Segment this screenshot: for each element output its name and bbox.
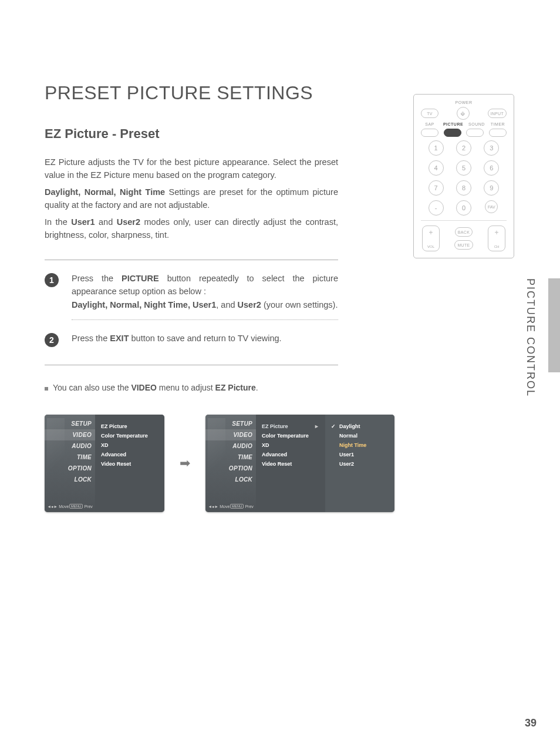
note-video-bold: VIDEO bbox=[131, 383, 157, 392]
intro-p2: Daylight, Normal, Night Time Settings ar… bbox=[45, 186, 338, 212]
remote-row-ovals bbox=[421, 129, 507, 137]
osd2-item-ezpicture: EZ Picture► bbox=[262, 422, 319, 431]
remote-num-3: 3 bbox=[484, 140, 499, 156]
remote-sound-label: SOUND bbox=[468, 122, 485, 126]
remote-rocker-row: + VOL BACK MUTE + CH bbox=[421, 226, 507, 251]
divider-dotted bbox=[72, 319, 338, 320]
osd1-nav: SETUP VIDEO AUDIO TIME OPTION LOCK ◄●► M… bbox=[45, 415, 95, 512]
remote-num-5: 5 bbox=[456, 160, 471, 176]
osd2-val-nighttime: Night Time bbox=[331, 440, 389, 450]
plus-icon: + bbox=[429, 228, 433, 237]
step-1-badge: 1 bbox=[45, 273, 59, 287]
note-c: menu to adjust bbox=[157, 383, 215, 392]
osd1-item-videoreset: Video Reset bbox=[101, 459, 158, 469]
step1-a: Press the bbox=[72, 274, 122, 283]
remote-back-button: BACK bbox=[455, 227, 473, 237]
remote-ch-rocker: + CH bbox=[488, 226, 505, 251]
osd2-nav-time: TIME bbox=[205, 452, 256, 463]
osd2-item-xd: XD bbox=[262, 440, 319, 450]
checkmark-icon: ✓ bbox=[331, 423, 336, 429]
intro-p3-user2: User2 bbox=[117, 217, 140, 227]
remote-timer-label: TIMER bbox=[489, 122, 507, 126]
step1-list-last: User2 bbox=[238, 300, 261, 309]
osd2-nav-video: VIDEO bbox=[205, 429, 256, 440]
remote-sap-button bbox=[421, 129, 438, 137]
note-a: You can also use the bbox=[53, 383, 131, 392]
step1-list-mid: , and bbox=[216, 300, 237, 309]
remote-illustration: POWER TV ⏻ INPUT SAP PICTURE SOUND TIMER… bbox=[413, 94, 514, 258]
side-tab bbox=[548, 278, 560, 372]
intro-p2-bold: Daylight, Normal, Night Time bbox=[45, 187, 165, 197]
remote-mute-button: MUTE bbox=[454, 240, 473, 250]
remote-number-grid: 1 2 3 4 5 6 7 8 9 - 0 FAV bbox=[424, 140, 503, 216]
osd1-nav-time: TIME bbox=[45, 452, 95, 463]
osd2-nav-option: OPTION bbox=[205, 463, 256, 474]
remote-vol-label: VOL bbox=[427, 245, 434, 248]
remote-num-1: 1 bbox=[429, 140, 444, 156]
step1-list-bold: Daylight, Normal, Night Time, User1 bbox=[72, 300, 216, 309]
step-1-text: Press the PICTURE button repeatedly to s… bbox=[72, 272, 338, 311]
intro-p1: EZ Picture adjusts the TV for the best p… bbox=[45, 156, 338, 182]
step1-picture-bold: PICTURE bbox=[122, 274, 159, 283]
note-e: . bbox=[256, 383, 258, 392]
step-2: 2 Press the EXIT button to save and retu… bbox=[45, 332, 515, 347]
osd2-nav-audio: AUDIO bbox=[205, 440, 256, 452]
osd1-item-colortemp: Color Temperature bbox=[101, 431, 158, 440]
remote-sap-label: SAP bbox=[421, 122, 438, 126]
osd1-body: EZ Picture Color Temperature XD Advanced… bbox=[95, 415, 164, 512]
osd-row: SETUP VIDEO AUDIO TIME OPTION LOCK ◄●► M… bbox=[45, 415, 515, 512]
osd2-nav-setup: SETUP bbox=[205, 418, 256, 429]
osd1-foot-move: ◄●► Move bbox=[47, 504, 69, 509]
remote-num-7: 7 bbox=[429, 180, 444, 196]
remote-vol-rocker: + VOL bbox=[422, 226, 440, 251]
step-2-badge: 2 bbox=[45, 333, 59, 347]
chevron-right-icon: ► bbox=[314, 423, 319, 429]
intro-block: EZ Picture adjusts the TV for the best p… bbox=[45, 156, 338, 242]
intro-p3-a: In the bbox=[45, 217, 71, 227]
remote-num-4: 4 bbox=[429, 160, 444, 176]
osd2-item-colortemp: Color Temperature bbox=[262, 431, 319, 440]
intro-p3-user1: User1 bbox=[71, 217, 95, 227]
osd1-nav-option: OPTION bbox=[45, 463, 95, 474]
side-section-label: PICTURE CONTROL bbox=[524, 278, 537, 397]
note-ezpicture-bold: EZ Picture bbox=[215, 383, 256, 392]
osd2-foot: ◄●► Move MENU Prev bbox=[205, 500, 256, 512]
osd1-item-ezpicture: EZ Picture bbox=[101, 422, 158, 431]
osd1-nav-video: VIDEO bbox=[45, 429, 95, 440]
osd1-nav-audio: AUDIO bbox=[45, 440, 95, 452]
osd2-item-videoreset: Video Reset bbox=[262, 459, 319, 469]
remote-row-labels: SAP PICTURE SOUND TIMER bbox=[421, 122, 507, 126]
osd1-item-advanced: Advanced bbox=[101, 450, 158, 459]
osd2-val-daylight: ✓Daylight bbox=[331, 422, 389, 431]
remote-fav-button: FAV bbox=[485, 200, 498, 213]
remote-power-button: ⏻ bbox=[457, 107, 470, 120]
osd1-item-xd: XD bbox=[101, 440, 158, 450]
intro-p3: In the User1 and User2 modes only, user … bbox=[45, 216, 338, 242]
remote-num-0: 0 bbox=[456, 200, 471, 216]
step-2-text: Press the EXIT button to save and return… bbox=[72, 332, 338, 345]
remote-num-dash: - bbox=[429, 200, 444, 216]
step2-exit-bold: EXIT bbox=[110, 334, 129, 343]
osd2-body: EZ Picture► Color Temperature XD Advance… bbox=[256, 415, 325, 512]
bullet-square-icon bbox=[45, 387, 48, 391]
intro-p3-mid: and bbox=[95, 217, 117, 227]
remote-num-9: 9 bbox=[484, 180, 499, 196]
remote-num-2: 2 bbox=[456, 140, 471, 156]
osd2-foot-prev: MENU Prev bbox=[230, 504, 254, 509]
osd1-foot-prev: MENU Prev bbox=[69, 504, 93, 509]
remote-num-8: 8 bbox=[456, 180, 471, 196]
remote-input-button: INPUT bbox=[488, 109, 507, 118]
osd2-val-normal: Normal bbox=[331, 431, 389, 440]
step2-a: Press the bbox=[72, 334, 110, 343]
remote-picture-button bbox=[444, 129, 461, 137]
osd-panel-2: SETUP VIDEO AUDIO TIME OPTION LOCK ◄●► M… bbox=[205, 415, 394, 512]
remote-num-6: 6 bbox=[484, 160, 499, 176]
osd2-item-advanced: Advanced bbox=[262, 450, 319, 459]
remote-ch-label: CH bbox=[494, 245, 500, 248]
remote-power-label: POWER bbox=[421, 100, 507, 105]
remote-sound-button bbox=[466, 129, 484, 137]
divider-top bbox=[45, 260, 338, 260]
osd1-nav-lock: LOCK bbox=[45, 474, 95, 485]
osd2-nav-lock: LOCK bbox=[205, 474, 256, 485]
plus-icon: + bbox=[494, 228, 498, 237]
